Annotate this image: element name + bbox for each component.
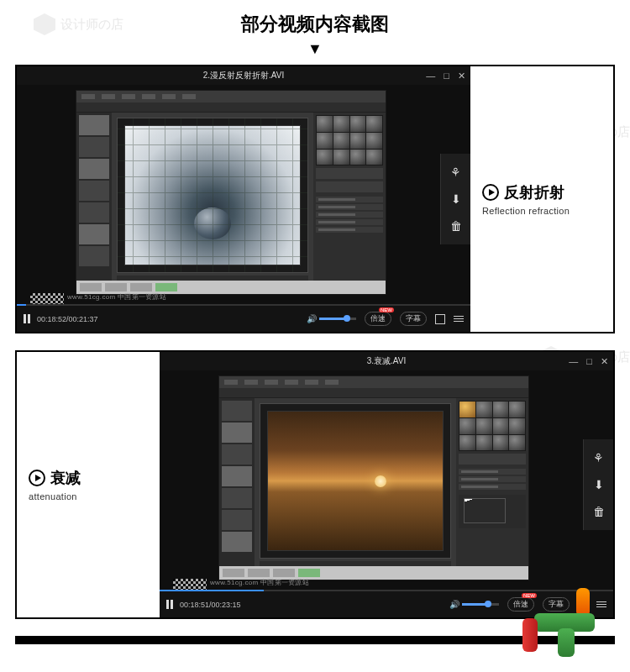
window-titlebar: 2.漫反射反射折射.AVI — □ ✕	[17, 66, 470, 85]
pause-button[interactable]	[166, 600, 173, 609]
video-section-1: 2.漫反射反射折射.AVI — □ ✕	[15, 65, 615, 333]
maximize-button[interactable]: □	[444, 71, 449, 81]
side-dock: ⚘ ⬇ 🗑	[583, 439, 613, 530]
delete-icon[interactable]: 🗑	[593, 505, 605, 518]
minimize-button[interactable]: —	[569, 356, 578, 367]
download-icon[interactable]: ⬇	[451, 192, 461, 206]
volume-icon[interactable]: 🔊	[307, 314, 317, 323]
render-sun	[375, 475, 386, 487]
video-player: 2.漫反射反射折射.AVI — □ ✕	[17, 66, 470, 332]
close-button[interactable]: ✕	[458, 71, 465, 81]
play-circle-icon	[29, 470, 45, 486]
page-title: 部分视频内容截图	[0, 0, 630, 40]
speed-button[interactable]: 倍速NEW	[365, 312, 391, 326]
material-panel[interactable]	[456, 398, 528, 580]
window-titlebar: 3.衰减.AVI — □ ✕	[160, 352, 613, 370]
window-title: 2.漫反射反射折射.AVI	[203, 70, 285, 81]
app-toolbar[interactable]	[219, 388, 528, 398]
app-menubar[interactable]	[76, 91, 386, 102]
material-panel[interactable]	[313, 113, 386, 294]
viewport[interactable]	[117, 118, 308, 273]
volume-icon[interactable]: 🔊	[449, 600, 459, 609]
share-icon[interactable]: ⚘	[593, 451, 604, 465]
fullscreen-icon[interactable]	[435, 314, 445, 324]
progress-bar[interactable]	[17, 304, 470, 306]
side-dock: ⚘ ⬇ 🗑	[440, 154, 470, 244]
subtitle-button[interactable]: 字幕	[400, 312, 427, 326]
playlist-icon[interactable]	[454, 316, 464, 323]
credit-text: www.51cg.com 中国第一资源站	[67, 292, 166, 302]
video-section-2: 3.衰减.AVI — □ ✕	[15, 350, 615, 619]
close-button[interactable]: ✕	[601, 356, 608, 367]
arrow-down-icon: ▼	[0, 40, 630, 65]
pipe-decoration	[529, 588, 605, 664]
volume-control[interactable]: 🔊	[449, 600, 499, 609]
time-display: 00:18:51/00:23:15	[180, 601, 241, 609]
play-circle-icon	[482, 184, 499, 201]
section-label: 衰减 attenuation	[17, 352, 160, 617]
window-title: 3.衰减.AVI	[367, 355, 407, 367]
minimize-button[interactable]: —	[426, 71, 435, 81]
credit-text: www.51cg.com 中国第一资源站	[210, 578, 309, 587]
maximize-button[interactable]: □	[586, 356, 592, 367]
section-label: 反射折射 Reflection refraction	[470, 66, 613, 332]
viewport[interactable]	[260, 403, 451, 559]
video-player: 3.衰减.AVI — □ ✕	[160, 352, 613, 617]
material-swatches[interactable]	[459, 401, 526, 451]
pause-button[interactable]	[24, 314, 30, 323]
app-window	[76, 90, 386, 295]
app-window	[218, 375, 529, 580]
thumbnail-strip[interactable]	[219, 398, 255, 580]
thumbnail-strip[interactable]	[76, 113, 112, 294]
app-menubar[interactable]	[219, 376, 528, 388]
app-toolbar[interactable]	[76, 102, 386, 113]
delete-icon[interactable]: 🗑	[450, 219, 462, 233]
material-swatches[interactable]	[316, 115, 383, 165]
download-icon[interactable]: ⬇	[594, 478, 604, 491]
volume-control[interactable]: 🔊	[307, 314, 356, 323]
player-controls: 00:18:52/00:21:37 🔊 倍速NEW 字幕	[17, 305, 470, 332]
falloff-curve[interactable]	[459, 495, 526, 528]
share-icon[interactable]: ⚘	[450, 165, 461, 179]
time-display: 00:18:52/00:21:37	[37, 315, 98, 323]
